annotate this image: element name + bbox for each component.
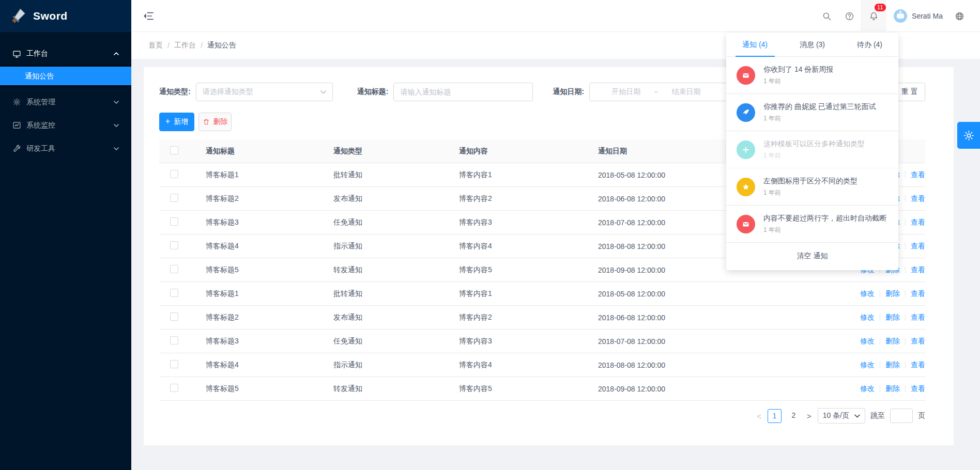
view-link[interactable]: 查看 (911, 337, 925, 346)
view-link[interactable]: 查看 (911, 265, 925, 275)
language-button[interactable] (948, 0, 971, 32)
row-checkbox[interactable] (170, 241, 178, 249)
user-menu[interactable]: Serati Ma (886, 9, 948, 23)
table-row: 博客标题1 批转通知 博客内容1 2018-05-08 12:00:00 修改删… (159, 282, 925, 306)
tab-messages[interactable]: 消息 (3) (784, 33, 841, 56)
username: Serati Ma (912, 12, 943, 20)
row-checkbox[interactable] (170, 289, 178, 297)
search-button[interactable] (815, 0, 838, 32)
sidebar-item-workbench[interactable]: 工作台 (0, 43, 131, 65)
chevron-up-icon (114, 52, 119, 55)
view-link[interactable]: 查看 (911, 361, 925, 370)
plus-icon (737, 140, 755, 159)
chevron-down-icon (320, 90, 326, 94)
edit-link[interactable]: 修改 (860, 289, 875, 299)
notice-title-label: 通知标题: (357, 87, 389, 97)
view-link[interactable]: 查看 (911, 218, 925, 227)
trash-icon (203, 118, 210, 126)
sidebar-item-dev-tools[interactable]: 研发工具 (0, 137, 131, 160)
sidebar-item-system-mgmt[interactable]: 系统管理 (0, 90, 131, 114)
page-1-button[interactable]: 1 (768, 409, 782, 423)
chart-icon (12, 121, 21, 130)
chevron-down-icon (114, 147, 119, 150)
view-link[interactable]: 查看 (911, 242, 925, 251)
tab-todos[interactable]: 待办 (4) (841, 33, 898, 56)
table-row: 博客标题3 任免通知 博客内容3 2018-07-08 12:00:00 修改删… (159, 330, 925, 353)
row-checkbox[interactable] (170, 384, 178, 392)
view-link[interactable]: 查看 (911, 289, 925, 299)
notification-tabs: 通知 (4) 消息 (3) 待办 (4) (726, 33, 898, 57)
page-size-select[interactable]: 10 条/页 (818, 408, 865, 424)
chevron-down-icon (114, 124, 119, 127)
clear-notifications-button[interactable]: 清空 通知 (726, 243, 898, 270)
view-link[interactable]: 查看 (911, 384, 925, 394)
page-2-button[interactable]: 2 (787, 409, 801, 423)
notifications-button[interactable]: 11 (861, 0, 886, 32)
notice-type-select[interactable]: 请选择通知类型 (196, 83, 333, 101)
theme-settings-button[interactable] (957, 122, 980, 149)
wrench-icon (12, 144, 21, 153)
delete-link[interactable]: 删除 (885, 337, 900, 346)
notification-panel: 通知 (4) 消息 (3) 待办 (4) 你收到了 14 份新周报 1 年前 你… (726, 33, 898, 270)
logo: Sword (0, 0, 131, 32)
row-checkbox[interactable] (170, 360, 178, 368)
notice-type-label: 通知类型: (159, 87, 191, 97)
edit-link[interactable]: 修改 (860, 313, 875, 322)
mail-icon (737, 215, 755, 233)
sword-logo-icon (11, 8, 27, 24)
view-link[interactable]: 查看 (911, 194, 925, 203)
select-all-checkbox[interactable] (170, 146, 178, 154)
row-checkbox[interactable] (170, 312, 178, 321)
edit-link[interactable]: 修改 (860, 361, 875, 370)
add-button[interactable]: + 新增 (159, 113, 194, 131)
pagination: < 1 2 > 10 条/页 跳至 页 (159, 408, 925, 424)
edit-link[interactable]: 修改 (860, 384, 875, 394)
menu-fold-icon[interactable] (144, 11, 154, 21)
next-page-button[interactable]: > (806, 412, 813, 420)
app-title: Sword (33, 10, 68, 22)
notice-title-input[interactable] (393, 83, 532, 101)
row-checkbox[interactable] (170, 194, 178, 202)
table-row: 博客标题2 发布通知 博客内容2 2018-06-08 12:00:00 修改删… (159, 306, 925, 330)
breadcrumb-home[interactable]: 首页 (148, 41, 163, 50)
row-checkbox[interactable] (170, 217, 178, 226)
delete-link[interactable]: 删除 (885, 384, 900, 394)
sidebar-item-system-monitor[interactable]: 系统监控 (0, 114, 131, 137)
star-icon (737, 178, 755, 196)
delete-link[interactable]: 删除 (885, 313, 900, 322)
table-row: 博客标题4 指示通知 博客内容4 2018-08-08 12:00:00 修改删… (159, 353, 925, 377)
notification-item[interactable]: 你收到了 14 份新周报 1 年前 (726, 57, 898, 94)
prev-page-button[interactable]: < (756, 412, 762, 420)
help-button[interactable] (838, 0, 861, 32)
notification-item[interactable]: 内容不要超过两行字，超出时自动截断 1 年前 (726, 206, 898, 243)
row-checkbox[interactable] (170, 265, 178, 273)
delete-link[interactable]: 删除 (885, 361, 900, 370)
wing-icon (737, 103, 755, 122)
view-link[interactable]: 查看 (911, 170, 925, 180)
tab-notifications[interactable]: 通知 (4) (726, 33, 784, 56)
jump-page-input[interactable] (890, 409, 913, 423)
chevron-down-icon (854, 414, 860, 418)
delete-link[interactable]: 删除 (885, 289, 900, 299)
question-circle-icon (845, 11, 854, 21)
table-row: 博客标题5 转发通知 博客内容5 2018-09-08 12:00:00 修改删… (159, 377, 925, 401)
row-checkbox[interactable] (170, 170, 178, 178)
notification-item[interactable]: 左侧图标用于区分不同的类型 1 年前 (726, 168, 898, 206)
col-type: 通知类型 (333, 147, 459, 156)
row-checkbox[interactable] (170, 336, 178, 344)
sidebar-item-notice[interactable]: 通知公告 (0, 67, 131, 85)
col-content: 通知内容 (459, 147, 598, 156)
jump-label: 跳至 (870, 411, 885, 420)
col-title: 通知标题 (206, 147, 333, 156)
delete-button[interactable]: 删除 (198, 113, 232, 131)
gear-icon (12, 98, 21, 106)
edit-link[interactable]: 修改 (860, 337, 875, 346)
view-link[interactable]: 查看 (911, 313, 925, 322)
app-root: Sword 工作台 通知公告 系统管理 系统监控 研发工具 (0, 0, 980, 470)
reset-button[interactable]: 重 置 (894, 83, 925, 101)
sidebar: Sword 工作台 通知公告 系统管理 系统监控 研发工具 (0, 0, 131, 470)
breadcrumb-workbench[interactable]: 工作台 (174, 41, 196, 50)
notification-item[interactable]: 这种模板可以区分多种通知类型 1 年前 (726, 131, 898, 168)
breadcrumb-current: 通知公告 (207, 41, 236, 50)
notification-item[interactable]: 你推荐的 曲妮妮 已通过第三轮面试 1 年前 (726, 94, 898, 131)
